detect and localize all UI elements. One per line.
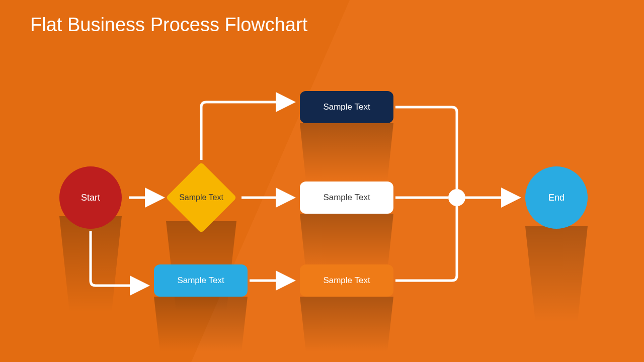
decision-node: Sample Text (166, 162, 236, 233)
process-node-top-label: Sample Text (323, 102, 370, 112)
start-node-label: Start (81, 193, 100, 203)
process-node-mid: Sample Text (300, 182, 393, 214)
process-node-top: Sample Text (300, 91, 393, 123)
process-node-alt: Sample Text (154, 264, 248, 297)
process-node-mid-label: Sample Text (323, 193, 370, 203)
join-node (448, 189, 465, 206)
process-node-bottom: Sample Text (300, 264, 393, 297)
end-node: End (525, 166, 588, 229)
process-node-bottom-label: Sample Text (323, 276, 370, 286)
decision-node-label: Sample Text (166, 162, 236, 233)
process-node-alt-label: Sample Text (177, 276, 224, 286)
end-node-label: End (548, 193, 565, 203)
start-node: Start (59, 166, 122, 229)
page-title: Flat Business Process Flowchart (30, 14, 307, 36)
